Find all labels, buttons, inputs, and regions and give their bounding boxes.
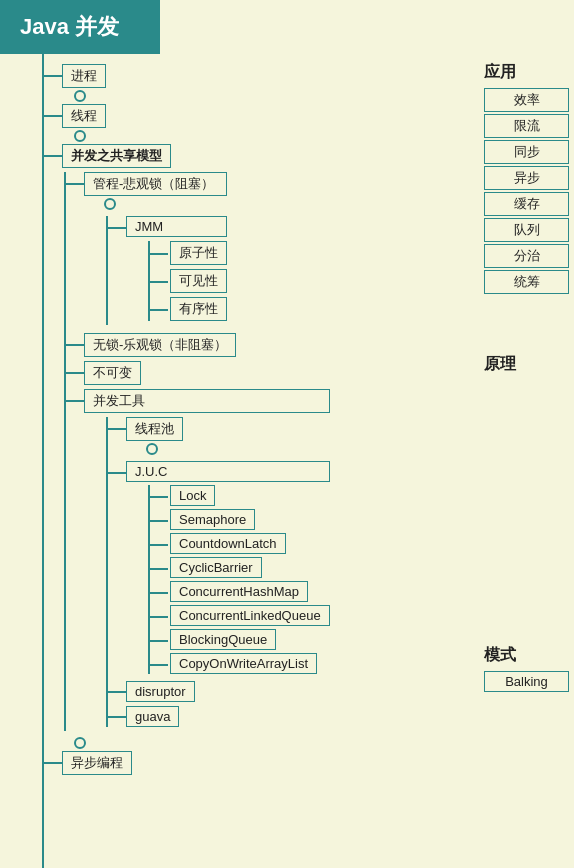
label-thread: 线程	[62, 104, 106, 128]
hline-jmm	[106, 227, 126, 229]
dot-3	[74, 737, 86, 749]
row-jmm: JMM 原子性	[106, 216, 227, 325]
label-shared-model: 并发之共享模型	[62, 144, 171, 168]
l3-container-jmm: 原子性 可见性	[148, 241, 227, 321]
application-title: 应用	[484, 62, 569, 83]
row-blocking-queue: BlockingQueue	[148, 629, 330, 650]
hline-semaphore	[150, 520, 168, 522]
row-concurrent-tools: 并发工具 线程池	[64, 389, 574, 731]
hline-blocking-queue	[150, 640, 168, 642]
hline-countdown-latch	[150, 544, 168, 546]
label-jmm: JMM	[126, 216, 227, 237]
label-shared-model-box: 并发之共享模型	[62, 144, 171, 168]
label-concurrent-linked-queue: ConcurrentLinkedQueue	[170, 605, 330, 626]
hline-concurrent-linked-queue	[150, 616, 168, 618]
label-disruptor: disruptor	[126, 681, 195, 702]
label-guava: guava	[126, 706, 179, 727]
row-lock: Lock	[148, 485, 330, 506]
row-countdown-latch: CountdownLatch	[148, 533, 330, 554]
row-thread-pool: 线程池	[106, 417, 330, 457]
row-cyclic-barrier: CyclicBarrier	[148, 557, 330, 578]
hline-thread-pool	[106, 428, 126, 430]
tree-row-async: 异步编程	[42, 751, 574, 775]
main-spine	[42, 54, 44, 868]
connector-thread	[42, 115, 62, 117]
l1-spine	[64, 172, 66, 731]
label-cyclic-barrier: CyclicBarrier	[170, 557, 262, 578]
dot-1	[74, 90, 86, 102]
dot-row-3	[42, 735, 574, 751]
label-process: 进程	[62, 64, 106, 88]
label-ordering: 有序性	[170, 297, 227, 321]
hline-visibility	[150, 281, 168, 283]
label-async: 异步编程	[62, 751, 132, 775]
label-juc: J.U.C	[126, 461, 330, 482]
hline-atomicity	[150, 253, 168, 255]
connector-process	[42, 75, 62, 77]
row-semaphore: Semaphore	[148, 509, 330, 530]
row-pessimistic: 管程-悲观锁（阻塞） JMM	[64, 172, 574, 329]
label-visibility: 可见性	[170, 269, 227, 293]
hline-cyclic-barrier	[150, 568, 168, 570]
label-immutable: 不可变	[84, 361, 141, 385]
hline-pessimistic	[64, 183, 84, 185]
hline-disruptor	[106, 691, 126, 693]
header: Java 并发	[0, 0, 574, 54]
label-optimistic: 无锁-乐观锁（非阻塞）	[84, 333, 236, 357]
hline-concurrent-hashmap	[150, 592, 168, 594]
hline-copy-on-write	[150, 664, 168, 666]
hline-ordering	[150, 309, 168, 311]
label-pessimistic: 管程-悲观锁（阻塞）	[84, 172, 227, 196]
label-atomicity: 原子性	[170, 241, 227, 265]
dot-2	[74, 130, 86, 142]
connector-shared-model	[42, 155, 62, 157]
label-thread-box: 线程	[62, 104, 106, 128]
content-pessimistic: 管程-悲观锁（阻塞） JMM	[84, 172, 227, 329]
right-item-rate-limit: 限流	[484, 114, 569, 138]
hline-guava	[106, 716, 126, 718]
content: 应用 效率 限流 同步 异步 缓存 队列 分治 统筹 原理 模式 Balking	[0, 54, 574, 868]
hline-immutable	[64, 372, 84, 374]
row-disruptor: disruptor	[106, 681, 330, 702]
label-thread-pool: 线程池	[126, 417, 183, 441]
row-juc: J.U.C Lock	[106, 461, 330, 677]
label-semaphore: Semaphore	[170, 509, 255, 530]
label-lock: Lock	[170, 485, 215, 506]
content-thread-pool: 线程池	[126, 417, 183, 457]
header-title: Java 并发	[0, 0, 160, 54]
row-concurrent-hashmap: ConcurrentHashMap	[148, 581, 330, 602]
content-concurrent-tools: 并发工具 线程池	[84, 389, 330, 731]
row-copy-on-write: CopyOnWriteArrayList	[148, 653, 330, 674]
label-copy-on-write: CopyOnWriteArrayList	[170, 653, 317, 674]
l2-spine-jmm	[106, 216, 108, 325]
content-juc: J.U.C Lock	[126, 461, 330, 677]
dot-pessimistic	[104, 198, 116, 210]
l1-container: 管程-悲观锁（阻塞） JMM	[64, 172, 574, 731]
label-concurrent-hashmap: ConcurrentHashMap	[170, 581, 308, 602]
row-concurrent-linked-queue: ConcurrentLinkedQueue	[148, 605, 330, 626]
dot-thread-pool	[146, 443, 158, 455]
label-concurrent-tools: 并发工具	[84, 389, 330, 413]
label-countdown-latch: CountdownLatch	[170, 533, 286, 554]
row-visibility: 可见性	[148, 269, 227, 293]
label-process-box: 进程	[62, 64, 106, 88]
hline-optimistic	[64, 344, 84, 346]
row-guava: guava	[106, 706, 330, 727]
content-jmm: JMM 原子性	[126, 216, 227, 325]
hline-concurrent-tools	[64, 400, 84, 402]
connector-async	[42, 762, 62, 764]
hline-juc	[106, 472, 126, 474]
l2-spine-tools	[106, 417, 108, 727]
app-container: Java 并发 应用 效率 限流 同步 异步 缓存 队列 分治 统筹 原理	[0, 0, 574, 868]
row-atomicity: 原子性	[148, 241, 227, 265]
dot-row-pessimistic	[84, 196, 227, 212]
right-item-sync: 同步	[484, 140, 569, 164]
hline-lock	[150, 496, 168, 498]
row-optimistic: 无锁-乐观锁（非阻塞）	[64, 333, 574, 357]
l3-container-juc: Lock Semaphore	[148, 485, 330, 674]
row-immutable: 不可变	[64, 361, 574, 385]
l2-container-tools: 线程池 J.U.C	[106, 417, 330, 727]
right-item-efficiency: 效率	[484, 88, 569, 112]
l2-container-jmm: JMM 原子性	[106, 216, 227, 325]
label-blocking-queue: BlockingQueue	[170, 629, 276, 650]
